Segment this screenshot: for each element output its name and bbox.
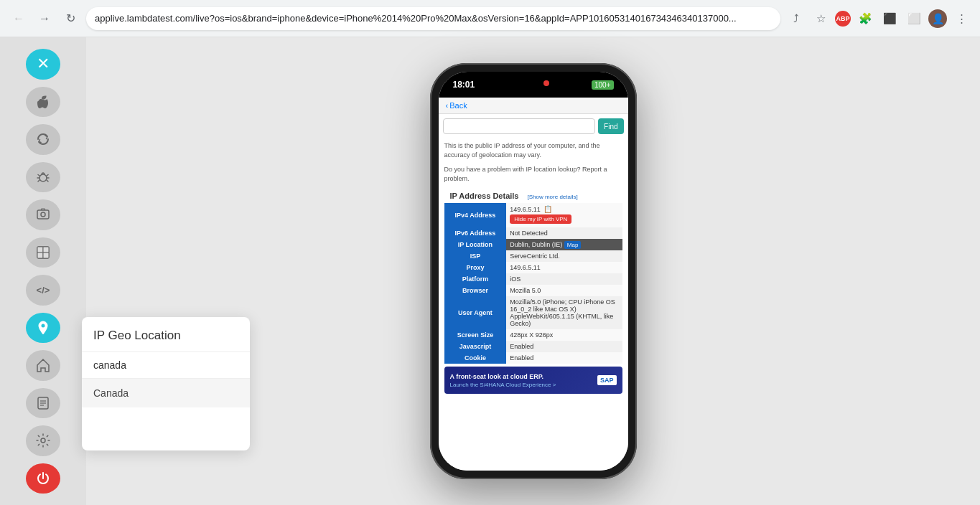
table-row: Browser Mozilla 5.0: [444, 285, 622, 296]
screen-size-value: 428px X 926px: [506, 329, 622, 341]
table-row: Platform iOS: [444, 273, 622, 285]
table-row: IPv4 Address 149.6.5.11 📋 Hide my IP wit…: [444, 203, 622, 227]
share-icon-button[interactable]: ⤴: [786, 9, 806, 29]
svg-point-2: [41, 212, 45, 217]
ipv6-value: Not Detected: [506, 227, 622, 239]
svg-point-8: [42, 324, 45, 327]
svg-rect-6: [37, 252, 43, 258]
hide-ip-vpn-button[interactable]: Hide my IP with VPN: [510, 214, 571, 224]
phone-ad-subtext: Launch the S/4HANA Cloud Experience >: [450, 382, 593, 388]
cookie-value: Enabled: [506, 352, 622, 364]
phone-frame: 18:01 100+ ‹ Back: [430, 63, 637, 479]
phone-body-text-1: This is the public IP address of your co…: [439, 138, 628, 162]
phone-back-bar: ‹ Back: [439, 98, 628, 114]
phone-battery-label: 100+: [592, 80, 614, 90]
geo-location-panel: IP Geo Location Canada: [82, 317, 250, 450]
table-row: Screen Size 428px X 926px: [444, 329, 622, 341]
phone-camera-dot: [543, 80, 549, 86]
phone-find-button[interactable]: Find: [598, 118, 623, 134]
svg-rect-7: [43, 252, 49, 258]
svg-rect-1: [37, 210, 49, 219]
geo-result-canada[interactable]: Canada: [82, 379, 250, 407]
log-button[interactable]: [26, 388, 60, 419]
cookie-header: Cookie: [444, 352, 507, 364]
gallery-button[interactable]: [26, 237, 60, 268]
javascript-value: Enabled: [506, 341, 622, 352]
svg-point-13: [41, 438, 45, 443]
platform-value: iOS: [506, 273, 622, 285]
cast-icon-button[interactable]: ⬛: [879, 9, 900, 29]
sidebar: ✕: [0, 37, 86, 505]
rotate-button[interactable]: [26, 124, 60, 155]
bug-button[interactable]: [26, 162, 60, 193]
sap-badge: SAP: [597, 375, 617, 385]
isp-value: ServeCentric Ltd.: [506, 250, 622, 262]
screenshot-button[interactable]: [26, 199, 60, 230]
show-more-link[interactable]: [Show more details]: [528, 194, 578, 200]
profile-avatar[interactable]: 👤: [928, 9, 947, 28]
map-link[interactable]: Map: [564, 241, 582, 249]
ipv4-header: IPv4 Address: [444, 203, 507, 227]
geo-panel-title: IP Geo Location: [82, 317, 250, 352]
browser-icons: ⤴ ☆ ABP 🧩 ⬛ ⬜ 👤 ⋮: [786, 9, 971, 29]
back-nav-button[interactable]: ←: [9, 9, 29, 29]
address-bar-input[interactable]: [86, 7, 780, 30]
phone-ad-text: A front-seat look at cloud ERP.: [450, 373, 593, 382]
phone-screen: 18:01 100+ ‹ Back: [439, 72, 628, 471]
table-row: IP Location Dublin, Dublin (IE) Map: [444, 239, 622, 250]
ip-location-value: Dublin, Dublin (IE) Map: [506, 239, 622, 250]
ipv4-value: 149.6.5.11 📋 Hide my IP with VPN: [506, 203, 622, 227]
isp-header: ISP: [444, 250, 507, 262]
extensions-icon-button[interactable]: 🧩: [855, 9, 875, 29]
geolocation-button[interactable]: [26, 313, 60, 344]
table-row: Cookie Enabled: [444, 352, 622, 364]
phone-body-text-2: Do you have a problem with IP location l…: [439, 162, 628, 186]
bookmark-icon-button[interactable]: ☆: [811, 9, 831, 29]
screen-size-header: Screen Size: [444, 329, 507, 341]
phone-time: 18:01: [453, 80, 475, 90]
phone-search-bar: Find: [443, 118, 624, 134]
geo-empty-space: [82, 407, 250, 450]
ipv6-header: IPv6 Address: [444, 227, 507, 239]
table-row: User Agent Mozilla/5.0 (iPhone; CPU iPho…: [444, 296, 622, 329]
forward-nav-button[interactable]: →: [34, 9, 55, 29]
abp-badge[interactable]: ABP: [835, 11, 851, 27]
phone-status-bar: 18:01 100+: [439, 72, 628, 98]
browser-header: Browser: [444, 285, 507, 296]
phone-back-label: Back: [449, 101, 467, 110]
geo-search-input[interactable]: [82, 352, 250, 379]
proxy-header: Proxy: [444, 262, 507, 273]
user-agent-header: User Agent: [444, 296, 507, 329]
phone-back-button[interactable]: ‹ Back: [446, 101, 467, 110]
table-row: Proxy 149.6.5.11: [444, 262, 622, 273]
ip-details-title: IP Address Details: [444, 189, 525, 202]
phone-notch: [505, 75, 562, 92]
browser-bar: ← → ↻ ⤴ ☆ ABP 🧩 ⬛ ⬜ 👤 ⋮: [0, 0, 980, 37]
power-button[interactable]: [26, 463, 60, 494]
apple-button[interactable]: [26, 87, 60, 118]
user-agent-value: Mozilla/5.0 (iPhone; CPU iPhone OS 16_0_…: [506, 296, 622, 329]
devtools-button[interactable]: </>: [26, 275, 60, 306]
table-row: Javascript Enabled: [444, 341, 622, 352]
platform-header: Platform: [444, 273, 507, 285]
table-row: ISP ServeCentric Ltd.: [444, 250, 622, 262]
svg-rect-5: [43, 247, 49, 252]
phone-ad-banner[interactable]: A front-seat look at cloud ERP. Launch t…: [444, 367, 622, 394]
proxy-value: 149.6.5.11: [506, 262, 622, 273]
home-button[interactable]: [26, 350, 60, 381]
phone-ip-search-input[interactable]: [443, 118, 596, 134]
svg-rect-4: [37, 247, 43, 252]
window-icon-button[interactable]: ⬜: [904, 9, 924, 29]
browser-value: Mozilla 5.0: [506, 285, 622, 296]
main-area: ✕: [0, 37, 980, 505]
close-session-button[interactable]: ✕: [26, 49, 60, 80]
menu-icon-button[interactable]: ⋮: [951, 9, 971, 29]
settings-button[interactable]: [26, 425, 60, 456]
refresh-nav-button[interactable]: ↻: [60, 9, 80, 29]
ip-details-header: IP Address Details [Show more details]: [439, 186, 628, 203]
ip-details-table: IPv4 Address 149.6.5.11 📋 Hide my IP wit…: [444, 203, 622, 364]
ip-location-header: IP Location: [444, 239, 507, 250]
table-row: IPv6 Address Not Detected: [444, 227, 622, 239]
svg-point-0: [39, 174, 47, 181]
phone-content: ‹ Back Find This is the public IP addres…: [439, 98, 628, 471]
